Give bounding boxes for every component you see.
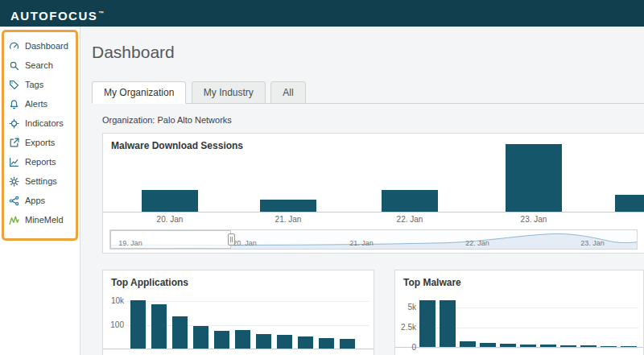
chart-bar [419,300,436,347]
x-axis-label: 22. Jan [397,215,423,224]
app-title: AUTOFOCUS [10,9,97,23]
sidebar-item-indicators[interactable]: Indicators [0,114,80,133]
navigator-label: 21. Jan [349,239,374,247]
y-axis-label: 10k [105,296,124,305]
sidebar-item-label: Reports [25,157,56,167]
sidebar-item-minemeld[interactable]: MineMeld [0,210,80,229]
chart-bar [580,345,597,347]
chart-bar [506,144,562,212]
chart-bar [193,326,208,349]
top-applications-panel: Top Applications 10k100 [102,270,374,355]
export-icon [9,138,19,148]
chart-bar [142,190,198,212]
malware-sessions-plot [103,145,644,213]
top-malware-plot: 5k2.5k0 [395,291,643,348]
gridline [126,301,369,302]
sidebar-item-exports[interactable]: Exports [0,133,80,152]
tab-all[interactable]: All [270,81,305,104]
trademark-symbol: ™ [98,10,104,16]
sidebar-item-label: Apps [25,196,45,205]
bell-icon [9,99,19,109]
malware-navigator[interactable]: 19. Jan20. Jan21. Jan22. Jan23. Jan [109,229,638,250]
share-nodes-icon [9,196,19,206]
page-title: Dashboard [92,43,644,62]
sidebar-item-settings[interactable]: Settings [0,171,80,191]
sidebar-item-label: Dashboard [25,41,68,51]
chart-bar [256,334,271,349]
navigator-label: 22. Jan [465,239,489,247]
navigator-label: 23. Jan [580,239,605,247]
sidebar-item-alerts[interactable]: Alerts [0,94,80,114]
chart-bar [540,345,556,347]
gridline [418,348,638,349]
tab-my-industry[interactable]: My Industry [192,81,266,104]
chart-bar [130,300,146,349]
chart-bar [520,345,536,347]
dashboard-icon [9,41,19,52]
sidebar-item-label: Exports [25,138,55,147]
chart-bar [260,200,316,212]
navigator-label: 19. Jan [118,239,142,247]
sidebar-item-label: MineMeld [25,215,64,225]
y-axis-label: 100 [105,320,124,329]
top-malware-title: Top Malware [403,277,461,288]
chart-bar [235,330,250,349]
sidebar-item-apps[interactable]: Apps [0,191,80,210]
chart-bar [319,338,334,349]
chart-bar [500,344,516,347]
malware-sessions-panel: Malware Download Sessions 20. Jan21. Jan… [102,133,644,254]
sidebar-item-label: Search [25,60,53,70]
tab-my-organization[interactable]: My Organization [92,81,186,104]
minemeld-icon [9,215,19,225]
x-axis-label: 21. Jan [275,215,302,224]
x-axis-label: 23. Jan [521,215,547,224]
chart-bar [440,300,456,347]
chart-bar [621,346,637,347]
app-logo: AUTOFOCUS™ [0,0,104,29]
y-axis-label: 2.5k [397,323,416,332]
chart-bar [340,339,355,349]
chart-bar [277,335,292,349]
sidebar-item-dashboard[interactable]: Dashboard [0,36,80,56]
x-axis-label: 20. Jan [157,215,184,224]
top-applications-title: Top Applications [111,277,188,288]
line-chart-icon [9,157,19,167]
bottom-panels-row: Top Applications 10k100 Top Malware 5k2.… [102,270,644,355]
malware-x-axis: 20. Jan21. Jan22. Jan23. Jan [103,214,644,225]
chart-bar [480,343,496,347]
tag-icon [9,80,19,90]
sidebar-item-label: Indicators [25,118,64,128]
chart-bar [601,346,617,347]
chart-bar [151,304,167,349]
chart-bar [298,336,313,349]
tabbar: My Organization My Industry All [92,81,644,104]
main-content: Dashboard My Organization My Industry Al… [80,27,644,355]
chart-bar [214,331,229,349]
sidebar-item-search[interactable]: Search [0,56,80,75]
sidebar-item-tags[interactable]: Tags [0,75,80,94]
chart-bar [382,190,438,212]
y-axis-label: 5k [397,303,416,312]
organization-label: Organization: Palo Alto Networks [102,115,644,125]
navigator-handle[interactable] [228,233,235,246]
chart-bar [615,195,644,212]
sidebar-item-label: Tags [25,80,43,89]
chart-bar [172,316,188,349]
sidebar-item-label: Settings [25,176,57,186]
chart-bar [460,341,476,347]
top-applications-plot: 10k100 [103,291,374,349]
search-icon [9,60,19,71]
navigator-label: 20. Jan [233,239,257,247]
topbar: AUTOFOCUS™ [0,0,644,27]
sidebar-item-label: Alerts [25,99,47,109]
top-malware-panel: Top Malware 5k2.5k0 [394,270,644,355]
gears-icon [9,176,19,187]
sidebar-item-reports[interactable]: Reports [0,152,80,171]
sidebar: Dashboard Search Tags Alerts Indicators … [0,27,80,355]
malware-panel-title: Malware Download Sessions [111,140,243,151]
chart-bar [560,345,576,347]
y-axis-label: 0 [397,343,416,352]
crosshair-icon [9,118,19,129]
